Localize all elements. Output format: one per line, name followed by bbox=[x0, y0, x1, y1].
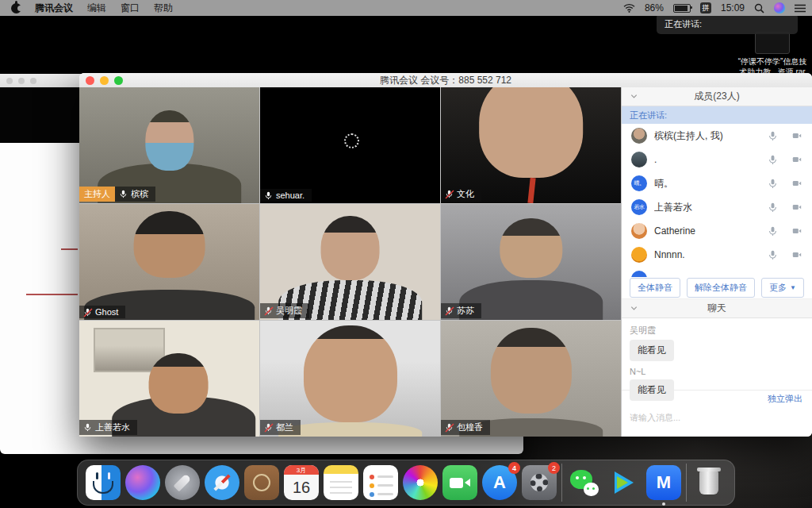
apple-menu-icon[interactable] bbox=[11, 3, 21, 13]
avatar bbox=[631, 128, 647, 144]
inactive-close-icon[interactable] bbox=[6, 78, 13, 84]
mic-icon[interactable] bbox=[768, 250, 778, 260]
reminders-icon[interactable] bbox=[363, 465, 398, 500]
member-row[interactable]: 若水 上善若水 bbox=[622, 195, 812, 219]
dock-separator bbox=[686, 464, 687, 502]
chat-header[interactable]: 聊天 bbox=[622, 299, 812, 318]
desktop-file-icon[interactable] bbox=[755, 32, 790, 54]
video-grid: 主持人 槟槟 sehuar. 文化 Ghost 吴明霞 bbox=[79, 87, 621, 437]
launchpad-icon[interactable] bbox=[165, 465, 200, 500]
member-row[interactable]: . bbox=[622, 148, 812, 171]
meeting-window: 腾讯会议 会议号：885 552 712 主持人 槟槟 sehuar. 文化 G… bbox=[79, 73, 812, 437]
video-tile-susu[interactable]: 苏苏 bbox=[441, 204, 621, 320]
video-tile-ghost[interactable]: Ghost bbox=[79, 204, 259, 320]
tencent-video-icon[interactable] bbox=[607, 465, 642, 500]
system-preferences-icon[interactable]: 2 bbox=[522, 465, 557, 500]
meeting-titlebar[interactable]: 腾讯会议 会议号：885 552 712 bbox=[79, 73, 812, 88]
mic-icon[interactable] bbox=[768, 202, 778, 213]
popout-link[interactable]: 独立弹出 bbox=[768, 393, 802, 405]
member-row[interactable]: 槟槟(主持人, 我) bbox=[622, 124, 812, 148]
mic-icon[interactable] bbox=[768, 131, 778, 141]
search-icon[interactable] bbox=[754, 3, 764, 13]
camera-icon[interactable] bbox=[791, 226, 802, 236]
camera-icon[interactable] bbox=[791, 131, 802, 140]
video-tile-baotongxiang[interactable]: 包橦香 bbox=[441, 321, 621, 437]
more-button[interactable]: 更多▼ bbox=[761, 278, 804, 298]
avatar bbox=[631, 271, 647, 277]
mic-icon[interactable] bbox=[768, 155, 778, 165]
mic-muted-icon bbox=[264, 306, 273, 315]
video-tile-dulan[interactable]: 都兰 bbox=[260, 321, 440, 437]
wifi-icon[interactable] bbox=[623, 3, 635, 13]
trash-icon[interactable] bbox=[691, 465, 726, 500]
participant-video bbox=[479, 87, 584, 178]
chat-bubble: 能看见 bbox=[630, 340, 674, 361]
member-row[interactable]: Catherine bbox=[622, 219, 812, 243]
inactive-zoom-icon[interactable] bbox=[30, 78, 36, 84]
speaking-overlay-label: 正在讲话: bbox=[665, 18, 702, 30]
video-tile-binbin[interactable]: 主持人 槟槟 bbox=[79, 87, 259, 203]
camera-icon[interactable] bbox=[791, 179, 802, 188]
member-row[interactable]: Nnnnn. bbox=[622, 243, 812, 267]
minimize-icon[interactable] bbox=[100, 76, 109, 85]
menu-edit[interactable]: 编辑 bbox=[80, 0, 113, 16]
host-badge: 主持人 bbox=[79, 187, 115, 202]
facetime-icon[interactable] bbox=[442, 465, 477, 500]
tencent-meeting-icon[interactable]: M bbox=[646, 465, 681, 500]
wechat-icon[interactable] bbox=[567, 465, 602, 500]
chat-input[interactable] bbox=[622, 406, 812, 429]
avatar bbox=[631, 223, 647, 239]
video-tile-shangshanruoshui[interactable]: 上善若水 bbox=[79, 321, 259, 437]
menu-app-name[interactable]: 腾讯会议 bbox=[28, 0, 80, 16]
camera-icon[interactable] bbox=[791, 155, 802, 164]
battery-icon[interactable] bbox=[673, 4, 691, 13]
mic-icon[interactable] bbox=[768, 179, 778, 189]
menu-help[interactable]: 帮助 bbox=[147, 0, 180, 16]
menu-window[interactable]: 窗口 bbox=[113, 0, 147, 16]
mic-on-icon bbox=[264, 191, 273, 200]
participant-name: 包橦香 bbox=[457, 421, 483, 433]
video-tile-wumingxia[interactable]: 吴明霞 bbox=[260, 204, 440, 320]
camera-icon[interactable] bbox=[791, 202, 802, 212]
participant-video bbox=[500, 218, 562, 279]
participant-name: 都兰 bbox=[276, 421, 293, 433]
finder-icon[interactable] bbox=[86, 465, 121, 500]
meeting-title: 腾讯会议 会议号：885 552 712 bbox=[380, 74, 511, 87]
unmute-all-button[interactable]: 解除全体静音 bbox=[687, 278, 755, 298]
participant-name: 文化 bbox=[457, 188, 474, 200]
mic-muted-icon bbox=[83, 308, 92, 317]
close-icon[interactable] bbox=[86, 76, 94, 85]
contacts-icon[interactable] bbox=[244, 465, 279, 500]
siri-icon[interactable] bbox=[125, 465, 160, 500]
mute-all-button[interactable]: 全体静音 bbox=[630, 278, 680, 298]
participant-video bbox=[148, 353, 208, 414]
participant-video bbox=[490, 328, 571, 414]
menu-clock[interactable]: 15:09 bbox=[721, 2, 745, 13]
video-tile-sehuar[interactable]: sehuar. bbox=[260, 87, 440, 203]
video-tile-wenhua[interactable]: 文化 bbox=[441, 87, 621, 203]
chevron-down-icon[interactable] bbox=[630, 92, 638, 101]
chevron-down-icon[interactable] bbox=[630, 304, 638, 313]
mic-icon[interactable] bbox=[768, 226, 778, 237]
member-row[interactable]: 晴。 晴。 bbox=[622, 171, 812, 195]
inactive-minimize-icon[interactable] bbox=[18, 78, 25, 84]
mic-on-icon bbox=[119, 190, 128, 198]
members-header[interactable]: 成员(23人) bbox=[622, 87, 812, 106]
notification-center-icon[interactable] bbox=[795, 4, 806, 13]
notes-icon[interactable] bbox=[324, 465, 358, 500]
desktop-screen: 腾讯会议 编辑 窗口 帮助 86% 拼 15:09 bbox=[0, 0, 812, 508]
safari-icon[interactable] bbox=[205, 465, 239, 500]
chat-messages: 吴明霞 能看见 N~L 能看见 bbox=[622, 318, 812, 390]
camera-icon[interactable] bbox=[791, 250, 802, 260]
calendar-icon[interactable]: 3月 16 bbox=[284, 465, 319, 500]
input-method-icon[interactable]: 拼 bbox=[700, 2, 711, 13]
dock: 3月 16 A 4 2 M bbox=[77, 460, 735, 506]
photos-icon[interactable] bbox=[403, 465, 438, 500]
zoom-icon[interactable] bbox=[114, 76, 123, 85]
chat-bubble: 能看见 bbox=[630, 379, 674, 401]
member-row[interactable] bbox=[622, 267, 812, 277]
mic-muted-icon bbox=[445, 423, 454, 432]
app-store-icon[interactable]: A 4 bbox=[482, 465, 517, 500]
caret-down-icon: ▼ bbox=[790, 284, 796, 291]
siri-menu-icon[interactable] bbox=[774, 2, 785, 13]
